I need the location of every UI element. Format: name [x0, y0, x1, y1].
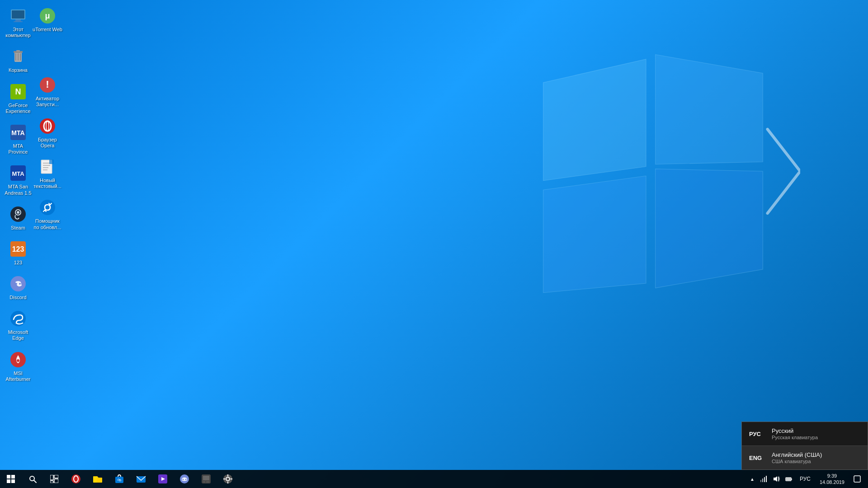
icon-spacer [29, 37, 66, 71]
svg-point-65 [183, 479, 184, 480]
svg-rect-52 [54, 475, 58, 478]
svg-marker-0 [543, 59, 646, 181]
taskbar-app-7[interactable] [195, 470, 217, 488]
utorrent-icon: μ [38, 7, 57, 25]
svg-rect-54 [50, 481, 53, 483]
svg-rect-5 [12, 10, 24, 19]
taskbar-app-explorer[interactable] [87, 470, 108, 488]
desktop-icon-discord[interactable]: Discord [0, 271, 36, 304]
lang-name-rus: Русский [772, 427, 818, 434]
desktop-icon-opera[interactable]: БраузерOpera [29, 113, 66, 152]
desktop-icon-123[interactable]: 123 123 [0, 236, 36, 269]
notepad-icon [38, 158, 57, 176]
desktop-icon-updater[interactable]: Помощникпо обновл... [29, 195, 66, 234]
taskbar-language[interactable]: РУС [796, 470, 814, 488]
svg-rect-78 [762, 479, 763, 482]
svg-text:MTA: MTA [12, 170, 24, 177]
svg-rect-53 [54, 479, 58, 483]
taskbar-app-mail[interactable] [130, 470, 152, 488]
volume-tray-icon[interactable] [771, 470, 782, 488]
lang-code-eng: ENG [749, 455, 772, 461]
updater-label: Помощникпо обновл... [34, 218, 61, 230]
geforce-icon: N [9, 83, 27, 101]
svg-point-30 [17, 359, 19, 362]
task-view-button[interactable] [43, 470, 65, 488]
trash-label: Корзина [9, 67, 28, 73]
svg-text:123: 123 [12, 245, 24, 253]
svg-rect-51 [50, 475, 53, 480]
utorrent-label: uTorrent Web [33, 27, 62, 33]
desktop-icon-utorrent[interactable]: μ uTorrent Web [29, 3, 66, 36]
desktop-icon-edge[interactable]: MicrosoftEdge [0, 306, 36, 345]
taskbar-app-discord[interactable] [174, 470, 195, 488]
svg-rect-10 [16, 50, 20, 52]
desktop-icons-right: μ uTorrent Web ! АктиваторЗапусти... Бра… [29, 2, 66, 235]
svg-rect-58 [97, 478, 102, 483]
msi-afterburner-icon [9, 351, 27, 369]
taskbar-pinned-apps: 🛍 [65, 470, 745, 488]
svg-rect-6 [15, 19, 21, 21]
svg-rect-7 [14, 21, 23, 22]
123-icon: 123 [9, 240, 27, 258]
svg-point-26 [15, 283, 17, 285]
svg-rect-47 [7, 479, 10, 483]
clock-time: 9:39 [827, 473, 837, 479]
svg-text:μ: μ [45, 11, 50, 20]
desktop-icon-activator[interactable]: ! АктиваторЗапусти... [29, 72, 66, 111]
svg-point-22 [17, 211, 19, 214]
desktop-icon-notepad[interactable]: Новыйтекстовый... [29, 154, 66, 193]
notepad-label: Новыйтекстовый... [33, 178, 61, 189]
show-hidden-icons[interactable]: ▲ [748, 470, 756, 488]
opera-label: БраузерOpera [38, 137, 57, 149]
svg-marker-2 [543, 176, 646, 292]
geforce-label: GeForceExperience [5, 103, 30, 114]
svg-rect-85 [854, 476, 860, 482]
svg-text:MTA: MTA [11, 129, 24, 136]
taskbar-app-media[interactable] [152, 470, 174, 488]
start-button[interactable] [0, 470, 22, 488]
activator-icon: ! [38, 76, 57, 94]
mta-province-icon: MTA [9, 123, 27, 141]
power-tray-icon[interactable] [783, 470, 794, 488]
desktop-icon-msi-afterburner[interactable]: MSIAfterburner [0, 347, 36, 386]
taskbar-lang-text: РУС [800, 476, 811, 482]
taskbar: 🛍 [0, 470, 868, 488]
lang-name-eng: Английский (США) [772, 451, 822, 458]
svg-point-27 [19, 283, 21, 285]
network-tray-icon[interactable] [758, 470, 769, 488]
svg-text:!: ! [46, 79, 49, 90]
msi-afterburner-label: MSIAfterburner [5, 371, 30, 382]
svg-rect-80 [766, 476, 767, 482]
notification-center-button[interactable] [850, 470, 864, 488]
trash-icon [9, 47, 27, 66]
svg-rect-69 [203, 481, 205, 483]
opera-icon [38, 117, 57, 135]
svg-line-50 [34, 480, 36, 483]
svg-text:🛍: 🛍 [118, 478, 121, 482]
updater-icon [38, 198, 57, 216]
clock-date: 14.08.2019 [820, 479, 844, 485]
taskbar-app-store[interactable]: 🛍 [108, 470, 130, 488]
lang-desc-eng: Английский (США) США клавиатура [772, 451, 822, 464]
this-pc-label: Этоткомпьютер [5, 27, 30, 38]
search-button[interactable] [22, 470, 43, 488]
svg-marker-3 [656, 169, 763, 288]
activator-label: АктиваторЗапусти... [36, 96, 59, 108]
edge-label: MicrosoftEdge [8, 329, 28, 341]
svg-rect-79 [764, 477, 765, 482]
svg-point-20 [10, 206, 26, 222]
svg-text:N: N [15, 87, 21, 96]
taskbar-app-opera[interactable] [65, 470, 87, 488]
svg-marker-81 [774, 476, 777, 482]
edge-icon [9, 310, 27, 328]
lang-item-eng[interactable]: ENG Английский (США) США клавиатура [742, 446, 868, 469]
lang-item-rus[interactable]: РУС Русский Русская клавиатура [742, 422, 868, 446]
this-pc-icon [9, 7, 27, 25]
taskbar-clock[interactable]: 9:39 14.08.2019 [816, 470, 848, 488]
svg-point-44 [40, 200, 55, 215]
svg-rect-77 [760, 480, 761, 482]
taskbar-app-8[interactable] [217, 470, 239, 488]
lang-keyboard-eng: США клавиатура [772, 459, 822, 464]
language-popup: РУС Русский Русская клавиатура ENG Англи… [741, 422, 868, 470]
windows-logo-background [520, 45, 800, 325]
